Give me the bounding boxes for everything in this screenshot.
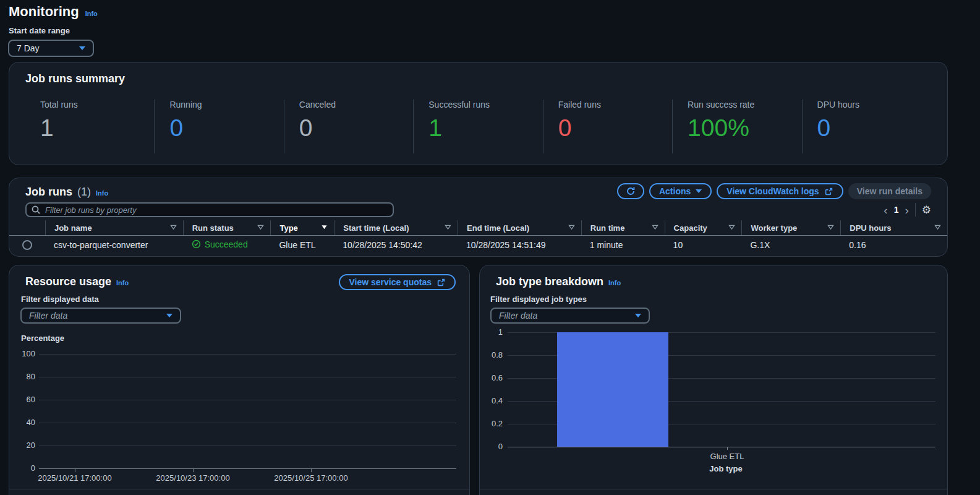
gridline	[39, 446, 456, 446]
page-header: Monitoring Info	[9, 4, 98, 20]
success-check-icon	[192, 239, 201, 249]
summary-metric: Successful runs1	[413, 100, 542, 153]
gridline	[39, 468, 456, 469]
y-tick-label: 0	[480, 442, 503, 451]
column-header-run-time[interactable]: Run time	[581, 220, 665, 235]
metric-label: Failed runs	[558, 100, 672, 110]
x-tick-mark	[75, 469, 75, 472]
metric-value: 0	[558, 116, 672, 140]
y-tick-label: 60	[9, 395, 35, 404]
gridline	[39, 377, 456, 377]
metric-value: 1	[40, 116, 154, 140]
summary-metric: Running0	[154, 100, 283, 153]
select-column-spacer	[9, 220, 45, 235]
gridline	[39, 423, 456, 423]
sort-caret-icon	[170, 225, 177, 230]
x-tick-mark	[727, 447, 728, 450]
y-tick-label: 0.2	[480, 419, 503, 428]
y-tick-label: 0	[9, 463, 35, 473]
job-runs-filter-input[interactable]	[25, 202, 394, 217]
column-header-job-name[interactable]: Job name	[45, 220, 183, 235]
sort-caret-icon	[934, 225, 941, 230]
y-tick-label: 0.6	[480, 373, 503, 382]
metric-value: 0	[169, 116, 283, 140]
y-tick-label: 0.8	[480, 350, 503, 359]
bar-glue-etl	[557, 332, 668, 447]
sort-caret-icon	[652, 225, 658, 230]
row-select-cell	[9, 240, 45, 250]
previous-page-button[interactable]: ‹	[884, 204, 887, 216]
y-tick-label: 0.4	[480, 396, 503, 405]
status-text: Succeeded	[205, 239, 248, 249]
column-header-dpu-hours[interactable]: DPU hours	[840, 220, 947, 235]
cell-worker-type: G.1X	[741, 240, 840, 250]
metric-value: 0	[299, 116, 413, 140]
monitoring-info-link[interactable]: Info	[85, 10, 98, 17]
cell-type: Glue ETL	[270, 240, 334, 250]
metric-value: 0	[817, 116, 931, 140]
sort-caret-filled-icon	[321, 225, 328, 230]
external-link-icon	[824, 187, 833, 196]
x-tick-mark	[311, 469, 312, 472]
chevron-down-icon	[696, 189, 702, 193]
column-header-end-time-local-[interactable]: End time (Local)	[458, 220, 581, 235]
column-header-worker-type[interactable]: Worker type	[741, 220, 840, 235]
cell-job-name: csv-to-parquet-converter	[45, 240, 183, 250]
page-number: 1	[894, 205, 899, 215]
summary-metric: DPU hours0	[802, 100, 931, 153]
job-type-breakdown-card: Job type breakdown Info Filter displayed…	[479, 265, 948, 495]
start-date-range-label: Start date range	[9, 26, 70, 35]
page-title: Monitoring	[9, 4, 79, 20]
resource-usage-card: Resource usage Info View service quotas …	[9, 265, 470, 495]
date-range-select[interactable]: 7 Day	[8, 40, 94, 57]
column-header-type[interactable]: Type	[270, 220, 334, 235]
search-icon	[31, 205, 41, 215]
metric-label: Run success rate	[688, 100, 801, 110]
y-tick-label: 100	[9, 349, 35, 358]
cell-run-status: Succeeded	[183, 239, 271, 251]
pagination: ‹ 1 › ⚙	[884, 203, 931, 217]
actions-button[interactable]: Actions	[649, 183, 712, 199]
sort-caret-icon	[445, 225, 451, 230]
table-settings-gear-icon[interactable]: ⚙	[922, 205, 931, 215]
divider	[480, 489, 947, 489]
metric-label: Total runs	[40, 100, 154, 110]
gridline	[508, 447, 935, 447]
cell-capacity: 10	[665, 240, 742, 250]
summary-metrics: Total runs1Running0Canceled0Successful r…	[25, 100, 931, 153]
column-header-start-time-local-[interactable]: Start time (Local)	[334, 220, 458, 235]
cell-start-time: 10/28/2025 14:50:42	[334, 240, 458, 250]
sort-caret-icon	[728, 225, 735, 230]
x-tick-label: 2025/10/25 17:00:00	[252, 473, 370, 483]
gridline	[39, 400, 456, 400]
job-runs-count: (1)	[77, 186, 91, 199]
column-header-capacity[interactable]: Capacity	[665, 220, 742, 235]
status-badge: Succeeded	[192, 239, 248, 249]
refresh-button[interactable]	[617, 183, 644, 199]
view-run-details-button[interactable]: View run details	[848, 183, 931, 199]
column-header-run-status[interactable]: Run status	[183, 220, 271, 235]
date-range-value: 7 Day	[17, 43, 40, 53]
row-radio-button[interactable]	[22, 240, 32, 250]
x-tick-label: 2025/10/23 17:00:00	[134, 473, 252, 483]
view-cloudwatch-logs-button[interactable]: View CloudWatch logs	[717, 183, 843, 199]
job-runs-info-link[interactable]: Info	[96, 189, 108, 197]
metric-label: Running	[169, 100, 283, 110]
y-tick-label: 80	[9, 372, 35, 381]
job-runs-summary-card: Job runs summary Total runs1Running0Canc…	[9, 62, 948, 165]
job-runs-card: Job runs (1) Info Actions View CloudWatc…	[9, 178, 948, 257]
x-axis-title: Job type	[664, 464, 788, 473]
table-row[interactable]: csv-to-parquet-converterSucceededGlue ET…	[9, 236, 947, 254]
sort-caret-icon	[568, 225, 575, 230]
job-runs-title: Job runs	[25, 186, 72, 199]
table-header: Job nameRun statusTypeStart time (Local)…	[9, 220, 947, 236]
metric-label: DPU hours	[817, 100, 931, 110]
chevron-down-icon	[79, 46, 85, 50]
cell-end-time: 10/28/2025 14:51:49	[458, 240, 581, 250]
metric-label: Successful runs	[428, 100, 542, 110]
divider	[915, 203, 916, 217]
job-type-breakdown-chart: 10.80.60.40.20Glue ETL	[480, 265, 947, 495]
next-page-button[interactable]: ›	[905, 204, 908, 216]
metric-label: Canceled	[299, 100, 413, 110]
divider	[9, 489, 469, 489]
